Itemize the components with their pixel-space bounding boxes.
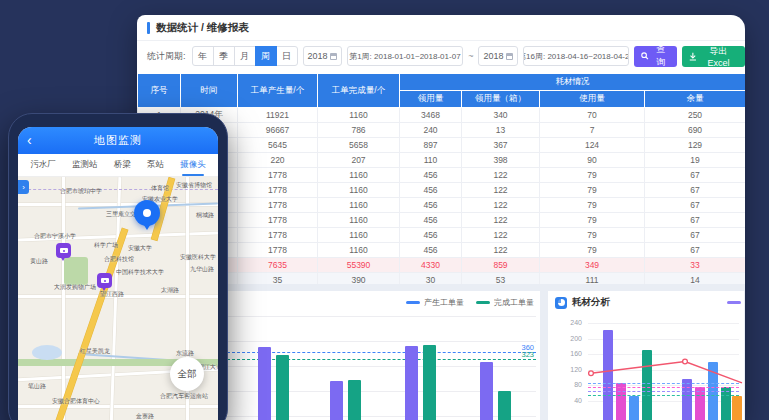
table-cell: 129 — [645, 138, 746, 153]
col-header-sub-3: 余量 — [645, 91, 746, 108]
screenshot-root: 数据统计 / 维修报表 统计周期: 年 季 月 周 日 2018 第1周: 20… — [0, 0, 769, 420]
range-separator: ~ — [468, 51, 473, 61]
table-cell: 67 — [645, 183, 746, 198]
period-option-quarter[interactable]: 季 — [213, 46, 235, 66]
period-option-year[interactable]: 年 — [192, 46, 214, 66]
dashboard-panel: 数据统计 / 维修报表 统计周期: 年 季 月 周 日 2018 第1周: 20… — [137, 15, 745, 420]
table-cell: 122 — [462, 198, 540, 213]
show-all-button[interactable]: 全部 — [170, 357, 204, 391]
col-header-time: 时间 — [181, 74, 238, 108]
table-cell: 240 — [400, 123, 462, 138]
table-cell: 349 — [540, 258, 645, 273]
back-arrow-icon[interactable]: ‹ — [27, 131, 32, 149]
col-header-index: 序号 — [138, 74, 181, 108]
workorder-bar — [276, 355, 289, 420]
consumables-chart-title: 耗材分析 — [572, 296, 610, 309]
end-year-select[interactable]: 2018 — [478, 46, 517, 66]
y-axis-tick: 80 — [552, 381, 582, 388]
legend-mark-completed — [476, 301, 490, 304]
period-option-week[interactable]: 周 — [255, 46, 277, 66]
table-cell: 55390 — [318, 258, 400, 273]
table-cell: 3468 — [400, 108, 462, 123]
export-excel-button[interactable]: 导出Excel — [682, 46, 745, 67]
table-cell: 122 — [462, 183, 540, 198]
table-cell: 96667 — [238, 123, 318, 138]
workorder-bar — [498, 391, 511, 420]
table-cell: 79 — [540, 168, 645, 183]
table-cell: 122 — [462, 243, 540, 258]
chart-gridline — [227, 341, 536, 342]
table-row: 32016年56455658897367124129 — [138, 138, 746, 153]
period-segment: 年 季 月 周 日 — [192, 46, 298, 66]
camera-map-pin-selected[interactable] — [134, 200, 160, 226]
query-button[interactable]: 查询 — [634, 46, 676, 67]
table-cell: 4330 — [400, 258, 462, 273]
workorder-bar — [258, 347, 271, 420]
y-axis-tick: 240 — [552, 319, 582, 326]
workorder-bar — [423, 345, 436, 420]
table-cell: 122 — [462, 213, 540, 228]
table-cell: 1160 — [318, 243, 400, 258]
tab-bridge[interactable]: 桥梁 — [113, 155, 132, 175]
col-header-sub-0: 领用量 — [400, 91, 462, 108]
phone-tab-bar: 污水厂 监测站 桥梁 泵站 摄像头 — [18, 154, 218, 177]
col-header-created: 工单产生量/个 — [238, 74, 318, 108]
charts-strip: 产生工单量 完成工单量 360323 耗材分析 2402001601208040 — [137, 284, 745, 420]
map-label: 体育馆 — [151, 184, 169, 193]
table-row: 72020年177811604561227967 — [138, 198, 746, 213]
end-week-range-field[interactable]: 第16周: 2018-04-16~2018-04-22 — [523, 46, 630, 66]
camera-map-pin[interactable] — [97, 273, 112, 288]
threshold-label: 323 — [521, 350, 534, 359]
y-axis-tick: 40 — [552, 397, 582, 404]
period-option-month[interactable]: 月 — [234, 46, 256, 66]
table-cell: 859 — [462, 258, 540, 273]
workorder-bar — [480, 362, 493, 420]
table-cell: 11921 — [238, 108, 318, 123]
period-option-day[interactable]: 日 — [276, 46, 298, 66]
filter-bar: 统计周期: 年 季 月 周 日 2018 第1周: 2018-01-01~201… — [137, 41, 745, 71]
threshold-line — [588, 387, 739, 388]
table-cell: 456 — [400, 213, 462, 228]
map-label: 科学广场 — [94, 241, 118, 250]
camera-map-pin[interactable] — [56, 243, 71, 258]
consumables-legend-mark — [727, 301, 741, 304]
table-row: 22015年96667786240137690 — [138, 123, 746, 138]
consumables-chart-card: 耗材分析 2402001601208040 — [548, 291, 744, 420]
map-label: 中国科学技术大学 — [116, 268, 164, 277]
threshold-line — [588, 383, 739, 384]
table-cell: 67 — [645, 243, 746, 258]
table-cell: 1160 — [318, 198, 400, 213]
table-cell: 456 — [400, 243, 462, 258]
y-axis-tick: 120 — [552, 366, 582, 373]
table-row: 82021年177811604561227967 — [138, 213, 746, 228]
start-year-select[interactable]: 2018 — [303, 46, 342, 66]
workorder-chart-legend: 产生工单量 完成工单量 — [406, 297, 534, 308]
tab-monitor-station[interactable]: 监测站 — [71, 155, 99, 175]
map-label: 安徽大学 — [128, 244, 152, 253]
map-label: 安徽合肥体育中心 — [52, 397, 100, 406]
period-label: 统计周期: — [147, 50, 186, 63]
legend-item-completed: 完成工单量 — [476, 297, 534, 308]
map-view[interactable]: 体育馆合肥市琥珀中学安徽省博物馆安徽农业大学三里庵立交桥桐城路合肥市宁溪小学科学… — [18, 177, 218, 420]
expand-panel-button[interactable]: › — [18, 180, 29, 194]
table-cell: 79 — [540, 183, 645, 198]
table-cell: 33 — [645, 258, 746, 273]
table-cell: 1160 — [318, 228, 400, 243]
consumables-bar — [642, 350, 652, 420]
phone-screen: ‹ 地图监测 污水厂 监测站 桥梁 泵站 摄像头 — [18, 127, 218, 420]
table-cell: 456 — [400, 183, 462, 198]
tab-camera[interactable]: 摄像头 — [179, 155, 207, 175]
map-label: 桐城路 — [196, 211, 214, 220]
table-cell: 1778 — [238, 228, 318, 243]
tab-sewage-plant[interactable]: 污水厂 — [29, 155, 57, 175]
map-label: 望江西路 — [100, 290, 124, 299]
col-header-consumables-group: 耗材情况 — [400, 74, 746, 91]
pie-chart-icon — [555, 297, 567, 309]
legend-item-created: 产生工单量 — [406, 297, 464, 308]
table-cell: 7635 — [238, 258, 318, 273]
table-cell: 13 — [462, 123, 540, 138]
start-week-range-field[interactable]: 第1周: 2018-01-01~2018-01-07 — [347, 46, 464, 66]
table-cell: 79 — [540, 243, 645, 258]
tab-pump-station[interactable]: 泵站 — [146, 155, 165, 175]
map-lake — [32, 345, 62, 360]
